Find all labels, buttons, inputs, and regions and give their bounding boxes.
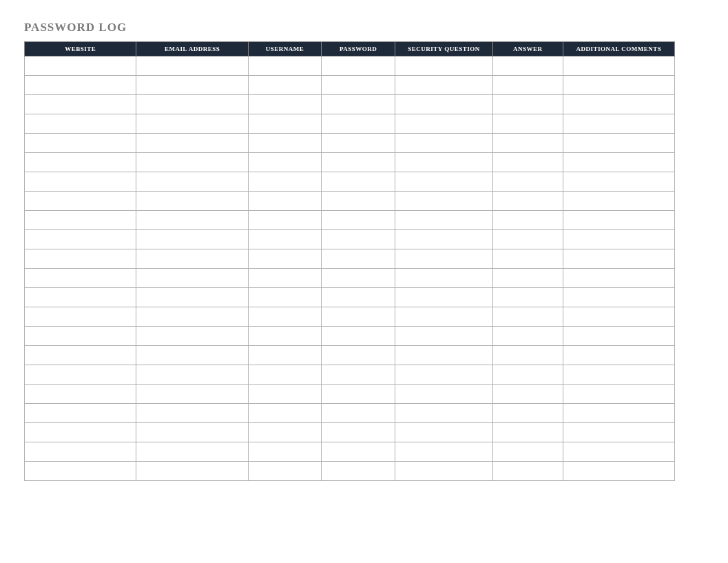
table-cell[interactable] (248, 327, 322, 346)
table-cell[interactable] (136, 385, 248, 404)
table-cell[interactable] (493, 346, 563, 365)
table-cell[interactable] (322, 134, 395, 153)
table-cell[interactable] (322, 365, 395, 385)
table-cell[interactable] (136, 423, 248, 442)
table-cell[interactable] (563, 95, 674, 114)
table-cell[interactable] (322, 230, 395, 249)
table-cell[interactable] (563, 269, 674, 288)
table-cell[interactable] (248, 211, 322, 230)
table-cell[interactable] (563, 134, 674, 153)
table-cell[interactable] (493, 404, 563, 423)
table-cell[interactable] (136, 76, 248, 95)
table-cell[interactable] (25, 134, 136, 153)
table-cell[interactable] (493, 172, 563, 192)
table-cell[interactable] (493, 57, 563, 76)
table-cell[interactable] (322, 385, 395, 404)
table-cell[interactable] (248, 404, 322, 423)
table-cell[interactable] (395, 365, 492, 385)
table-cell[interactable] (248, 76, 322, 95)
table-cell[interactable] (493, 76, 563, 95)
table-cell[interactable] (395, 288, 492, 307)
table-cell[interactable] (322, 442, 395, 462)
table-cell[interactable] (493, 442, 563, 462)
table-cell[interactable] (493, 211, 563, 230)
table-cell[interactable] (395, 462, 492, 481)
table-cell[interactable] (395, 385, 492, 404)
table-cell[interactable] (25, 211, 136, 230)
table-cell[interactable] (563, 462, 674, 481)
table-cell[interactable] (136, 365, 248, 385)
table-cell[interactable] (25, 404, 136, 423)
table-cell[interactable] (248, 442, 322, 462)
table-cell[interactable] (563, 76, 674, 95)
table-cell[interactable] (395, 114, 492, 134)
table-cell[interactable] (493, 365, 563, 385)
table-cell[interactable] (136, 172, 248, 192)
table-cell[interactable] (493, 462, 563, 481)
table-cell[interactable] (136, 134, 248, 153)
table-cell[interactable] (493, 288, 563, 307)
table-cell[interactable] (395, 404, 492, 423)
table-cell[interactable] (395, 346, 492, 365)
table-cell[interactable] (25, 57, 136, 76)
table-cell[interactable] (493, 134, 563, 153)
table-cell[interactable] (395, 230, 492, 249)
table-cell[interactable] (25, 269, 136, 288)
table-cell[interactable] (493, 192, 563, 211)
table-cell[interactable] (322, 57, 395, 76)
table-cell[interactable] (563, 230, 674, 249)
table-cell[interactable] (25, 76, 136, 95)
table-cell[interactable] (248, 172, 322, 192)
table-cell[interactable] (248, 114, 322, 134)
table-cell[interactable] (136, 346, 248, 365)
table-cell[interactable] (25, 423, 136, 442)
table-cell[interactable] (136, 95, 248, 114)
table-cell[interactable] (248, 462, 322, 481)
table-cell[interactable] (25, 95, 136, 114)
table-cell[interactable] (25, 346, 136, 365)
table-cell[interactable] (25, 462, 136, 481)
table-cell[interactable] (493, 153, 563, 172)
table-cell[interactable] (395, 269, 492, 288)
table-cell[interactable] (395, 211, 492, 230)
table-cell[interactable] (136, 192, 248, 211)
table-cell[interactable] (395, 307, 492, 327)
table-cell[interactable] (136, 288, 248, 307)
table-cell[interactable] (563, 153, 674, 172)
table-cell[interactable] (322, 76, 395, 95)
table-cell[interactable] (395, 249, 492, 269)
table-cell[interactable] (493, 385, 563, 404)
table-cell[interactable] (563, 288, 674, 307)
table-cell[interactable] (248, 365, 322, 385)
table-cell[interactable] (563, 442, 674, 462)
table-cell[interactable] (493, 327, 563, 346)
table-cell[interactable] (25, 327, 136, 346)
table-cell[interactable] (25, 288, 136, 307)
table-cell[interactable] (25, 307, 136, 327)
table-cell[interactable] (248, 230, 322, 249)
table-cell[interactable] (322, 211, 395, 230)
table-cell[interactable] (25, 114, 136, 134)
table-cell[interactable] (563, 172, 674, 192)
table-cell[interactable] (25, 192, 136, 211)
table-cell[interactable] (25, 249, 136, 269)
table-cell[interactable] (563, 114, 674, 134)
table-cell[interactable] (395, 134, 492, 153)
table-cell[interactable] (248, 95, 322, 114)
table-cell[interactable] (136, 462, 248, 481)
table-cell[interactable] (25, 172, 136, 192)
table-cell[interactable] (563, 249, 674, 269)
table-cell[interactable] (322, 269, 395, 288)
table-cell[interactable] (322, 346, 395, 365)
table-cell[interactable] (322, 288, 395, 307)
table-cell[interactable] (563, 211, 674, 230)
table-cell[interactable] (248, 192, 322, 211)
table-cell[interactable] (563, 346, 674, 365)
table-cell[interactable] (248, 288, 322, 307)
table-cell[interactable] (322, 172, 395, 192)
table-cell[interactable] (322, 114, 395, 134)
table-cell[interactable] (136, 230, 248, 249)
table-cell[interactable] (493, 95, 563, 114)
table-cell[interactable] (563, 385, 674, 404)
table-cell[interactable] (136, 269, 248, 288)
